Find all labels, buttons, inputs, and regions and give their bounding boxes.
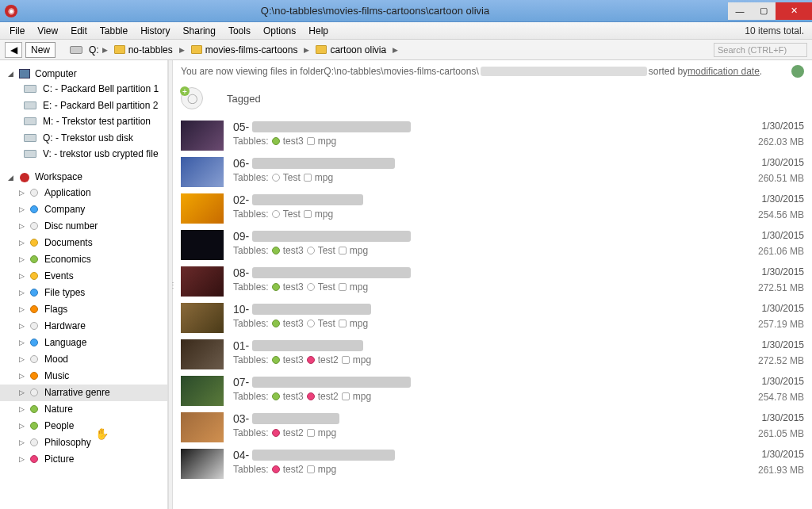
file-date: 1/30/2015 [725, 121, 804, 132]
folder-icon [316, 45, 327, 54]
tree-drive[interactable]: M: - Trekstor test partition [0, 113, 167, 129]
drive-icon [70, 46, 82, 54]
file-row[interactable]: 10-Tabbles: test3 Test mpg1/30/2015257.1… [173, 300, 812, 336]
sidebar-item-hardware[interactable]: ▷Hardware [0, 318, 167, 335]
expand-icon[interactable]: ▷ [17, 272, 25, 280]
sidebar-item-narrative-genre[interactable]: ▷Narrative genre [0, 385, 167, 401]
tree-drive[interactable]: V: - trekstor usb crypted file [0, 146, 167, 162]
expand-icon[interactable]: ▷ [17, 255, 25, 263]
sort-link[interactable]: modification date [688, 66, 760, 77]
tag-square-icon [339, 247, 347, 254]
category-dot-icon [30, 438, 38, 446]
expand-icon[interactable]: ▷ [17, 205, 25, 213]
breadcrumb-0[interactable]: no-tabbles [111, 44, 176, 55]
tag-dot-icon [272, 465, 280, 473]
globe-icon[interactable] [791, 65, 804, 78]
file-name: 03- [233, 412, 725, 425]
tag-dot-icon [272, 320, 280, 327]
sidebar-item-file-types[interactable]: ▷File types [0, 285, 167, 301]
menu-help[interactable]: Help [302, 24, 335, 38]
new-button[interactable]: New [25, 42, 56, 58]
drive-icon [24, 150, 36, 158]
expand-icon[interactable]: ▷ [17, 322, 25, 330]
menu-options[interactable]: Options [257, 24, 302, 38]
expand-icon[interactable]: ▷ [17, 222, 25, 230]
sidebar-item-picture[interactable]: ▷Picture [0, 451, 167, 468]
expand-icon[interactable]: ▷ [17, 405, 25, 413]
drive-letter[interactable]: Q: [89, 44, 99, 55]
chevron-right-icon: ▶ [102, 46, 108, 54]
tree-computer[interactable]: ◢ Computer [0, 67, 167, 81]
sidebar-item-music[interactable]: ▷Music [0, 368, 167, 385]
sidebar-item-events[interactable]: ▷Events [0, 268, 167, 285]
collapse-icon[interactable]: ◢ [6, 174, 14, 182]
menu-file[interactable]: File [3, 24, 31, 38]
tree-workspace[interactable]: ◢ Workspace [0, 170, 167, 184]
sidebar-item-mood[interactable]: ▷Mood [0, 351, 167, 368]
thumbnail [181, 193, 224, 224]
tree-drive[interactable]: C: - Packard Bell partition 1 [0, 81, 167, 97]
expand-icon[interactable]: ▷ [17, 388, 25, 396]
tag-dot-icon [272, 174, 280, 182]
sidebar-item-company[interactable]: ▷Company [0, 201, 167, 218]
category-dot-icon [30, 305, 38, 313]
workspace-icon [20, 173, 29, 182]
sidebar-item-people[interactable]: ▷People [0, 418, 167, 434]
blur-text [252, 158, 395, 169]
sidebar-item-economics[interactable]: ▷Economics [0, 251, 167, 268]
file-row[interactable]: 09-Tabbles: test3 Test mpg1/30/2015261.0… [173, 227, 812, 263]
expand-icon[interactable]: ▷ [17, 339, 25, 346]
file-row[interactable]: 06-Tabbles: Test mpg1/30/2015260.51 MB [173, 154, 812, 190]
tag-square-icon [304, 174, 312, 182]
expand-icon[interactable]: ▷ [17, 305, 25, 313]
collapse-icon[interactable]: ◢ [6, 70, 14, 78]
file-row[interactable]: 01-Tabbles: test3 test2 mpg1/30/2015272.… [173, 336, 812, 373]
tree-drive[interactable]: Q: - Trekstor usb disk [0, 130, 167, 146]
menu-history[interactable]: History [134, 24, 176, 38]
file-row[interactable]: 04-Tabbles: test2 mpg1/30/2015261.93 MB [173, 446, 812, 482]
tree-drive[interactable]: E: - Packard Bell partition 2 [0, 98, 167, 113]
expand-icon[interactable]: ▷ [17, 372, 25, 380]
maximize-button[interactable]: ▢ [752, 2, 776, 20]
minimize-button[interactable]: — [728, 2, 752, 20]
file-row[interactable]: 07-Tabbles: test3 test2 mpg1/30/2015254.… [173, 373, 812, 409]
sidebar-item-documents[interactable]: ▷Documents [0, 235, 167, 251]
sidebar-item-disc-number[interactable]: ▷Disc number [0, 218, 167, 235]
expand-icon[interactable]: ▷ [17, 239, 25, 247]
file-name: 05- [233, 121, 725, 133]
expand-icon[interactable]: ▷ [17, 355, 25, 363]
expand-icon[interactable]: ▷ [17, 289, 25, 297]
add-tag-button[interactable]: + ◯ [181, 87, 203, 109]
file-row[interactable]: 03-Tabbles: test2 mpg1/30/2015261.05 MB [173, 409, 812, 446]
file-row[interactable]: 08-Tabbles: test3 Test mpg1/30/2015272.5… [173, 263, 812, 300]
breadcrumb-2[interactable]: cartoon olivia [312, 44, 389, 55]
search-input[interactable]: Search (CTRL+F) [714, 43, 807, 57]
expand-icon[interactable]: ▷ [17, 438, 25, 446]
menu-view[interactable]: View [31, 24, 64, 38]
menu-sharing[interactable]: Sharing [177, 24, 222, 38]
close-button[interactable]: ✕ [776, 2, 812, 20]
splitter[interactable] [168, 60, 173, 509]
expand-icon[interactable]: ▷ [17, 422, 25, 430]
category-dot-icon [30, 388, 38, 396]
menu-tools[interactable]: Tools [222, 24, 257, 38]
file-row[interactable]: 02-Tabbles: Test mpg1/30/2015254.56 MB [173, 190, 812, 227]
sidebar-item-flags[interactable]: ▷Flags [0, 301, 167, 318]
menu-tabble[interactable]: Tabble [94, 24, 134, 38]
expand-icon[interactable]: ▷ [17, 455, 25, 463]
sidebar-item-philosophy[interactable]: ▷Philosophy [0, 434, 167, 451]
category-dot-icon [30, 355, 38, 363]
menu-edit[interactable]: Edit [64, 24, 94, 38]
sidebar-item-language[interactable]: ▷Language [0, 335, 167, 351]
breadcrumb-1[interactable]: movies-films-cartoons [188, 44, 301, 55]
sidebar-item-application[interactable]: ▷Application [0, 185, 167, 201]
file-tags: Tabbles: test2 mpg [233, 464, 725, 475]
file-size: 261.05 MB [725, 428, 804, 439]
file-date: 1/30/2015 [725, 303, 804, 314]
file-date: 1/30/2015 [725, 230, 804, 241]
file-row[interactable]: 05-Tabbles: test3 mpg1/30/2015262.03 MB [173, 117, 812, 154]
category-dot-icon [30, 272, 38, 280]
back-button[interactable]: ◀ [5, 42, 22, 58]
expand-icon[interactable]: ▷ [17, 189, 25, 197]
sidebar-item-nature[interactable]: ▷Nature [0, 401, 167, 418]
